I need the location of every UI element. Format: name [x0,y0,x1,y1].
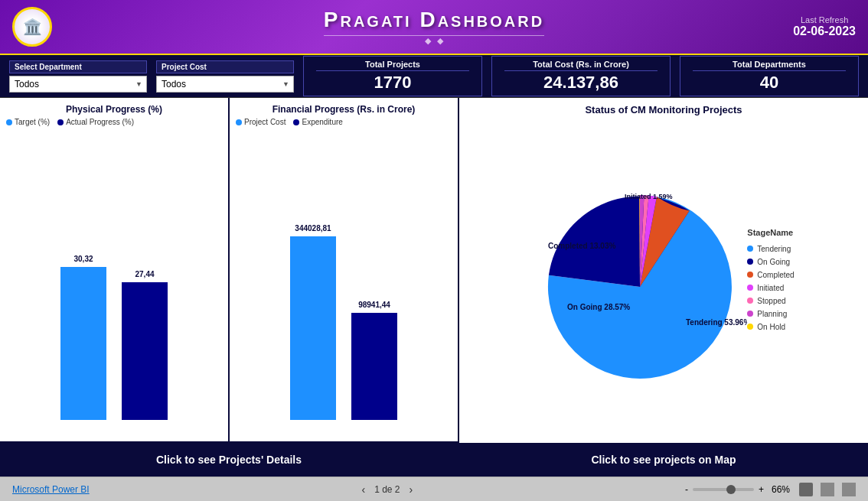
cost-select-wrapper[interactable]: Todos [156,76,294,93]
legend-ongoing: On Going [747,258,794,266]
physical-actual-dot [57,119,64,125]
expand-icon[interactable] [842,483,856,496]
refresh-info: Last Refresh 02-06-2023 [793,15,856,38]
pie-title: Status of CM Monitoring Projects [465,104,862,115]
footer-zoom: - + 66% [685,483,856,496]
physical-target-value: 30,32 [60,255,106,263]
physical-chart-section: Physical Progress (%) Target (%) Actual … [0,98,230,441]
physical-target-fill [60,267,106,420]
financial-legend-cost: Project Cost [236,118,286,126]
physical-legend-target: Target (%) [6,118,50,126]
physical-bar-chart: 30,32 27,44 [6,131,222,435]
financial-exp-dot [293,119,299,125]
details-button[interactable]: Click to see Projects' Details [0,443,458,477]
total-projects-value: 1770 [316,73,469,93]
dot-ongoing [747,259,753,265]
legend-planning: Planning [747,310,794,318]
dot-planning [747,311,753,317]
cost-select[interactable]: Todos [156,76,294,93]
footer-center: ‹ 1 de 2 › [361,483,413,496]
department-label: Select Department [9,60,147,73]
department-select-wrapper[interactable]: Todos [9,76,147,93]
physical-actual-value: 27,44 [122,270,168,278]
dot-stopped [747,298,753,304]
department-filter: Select Department Todos [9,60,147,93]
main-content: Physical Progress (%) Target (%) Actual … [0,98,868,477]
financial-cost-fill [290,236,336,420]
financial-chart-section: Financial Progress (Rs. in Crore) Projec… [230,98,458,441]
financial-chart-legend: Project Cost Expenditure [236,118,452,126]
label-initiated: Initiated 1.59% [625,193,673,200]
label-completed: Completed 13.03% [548,242,615,250]
pie-content: On Going 28.57% Tendering 53.96% Complet… [465,122,862,437]
financial-bar-cost: 344028,81 [290,236,336,420]
physical-target-dot [6,119,12,125]
label-completed-text: Completed [757,271,794,279]
financial-exp-fill [351,313,397,420]
pagination-text: 1 de 2 [374,484,400,495]
pie-legend-title: StageName [747,228,794,237]
department-select[interactable]: Todos [9,76,147,93]
fullscreen-icon[interactable] [799,483,813,496]
physical-legend-actual: Actual Progress (%) [57,118,134,126]
share-icon[interactable] [821,483,834,496]
pie-svg: On Going 28.57% Tendering 53.96% Complet… [533,180,747,394]
powerbi-link[interactable]: Microsoft Power BI [12,484,90,495]
cost-label: Project Cost [156,60,294,73]
pie-legend: StageName Tendering On Going Completed [747,228,794,331]
financial-chart-title: Financial Progress (Rs. in Crore) [236,104,452,115]
label-onhold-text: On Hold [757,323,785,331]
financial-bar-chart: 344028,81 98941,44 [236,131,452,435]
refresh-date: 02-06-2023 [793,24,856,38]
total-departments-label: Total Departments [693,60,846,71]
total-departments-value: 40 [693,73,846,93]
label-stopped-text: Stopped [757,297,785,305]
legend-completed: Completed [747,271,794,279]
legend-initiated: Initiated [747,284,794,292]
total-projects-box: Total Projects 1770 [303,56,482,96]
financial-cost-dot [236,119,242,125]
financial-exp-value: 98941,44 [351,301,397,309]
total-projects-label: Total Projects [316,60,469,71]
legend-tendering: Tendering [747,245,794,253]
app-title: Pragati Dashboard [324,8,544,32]
label-ongoing-text: On Going [757,258,790,266]
pie-section: Status of CM Monitoring Projects [459,98,868,443]
physical-actual-fill [122,282,168,420]
zoom-plus[interactable]: + [759,484,764,495]
financial-bar-exp: 98941,44 [351,313,397,420]
total-departments-box: Total Departments 40 [680,56,859,96]
dot-completed [747,272,753,278]
cost-filter: Project Cost Todos [156,60,294,93]
zoom-slider[interactable] [693,488,754,491]
header-title: Pragati Dashboard ◆ ◆ [324,8,544,46]
zoom-thumb[interactable] [726,485,736,494]
charts-row: Physical Progress (%) Target (%) Actual … [0,98,458,443]
next-page-btn[interactable]: › [410,483,413,496]
total-cost-value: 24.137,86 [504,73,658,93]
zoom-minus[interactable]: - [685,484,688,495]
physical-chart-legend: Target (%) Actual Progress (%) [6,118,222,126]
total-cost-box: Total Cost (Rs. in Crore) 24.137,86 [491,56,671,96]
financial-cost-value: 344028,81 [290,224,336,233]
label-tendering: Tendering 53.96% [686,318,747,327]
map-button[interactable]: Click to see projects on Map [459,443,868,477]
right-panel: Status of CM Monitoring Projects [459,98,868,477]
label-tendering-text: Tendering [757,245,791,253]
label-planning-text: Planning [757,310,787,318]
dot-initiated [747,285,753,291]
physical-bar-target: 30,32 [60,267,106,420]
total-cost-label: Total Cost (Rs. in Crore) [504,60,658,71]
filters-row: Select Department Todos Project Cost Tod… [0,55,868,98]
physical-bar-actual: 27,44 [122,282,168,420]
label-ongoing: On Going 28.57% [567,303,630,311]
diamond-right: ◆ [437,36,443,46]
prev-page-btn[interactable]: ‹ [361,483,365,496]
dot-tendering [747,246,753,252]
refresh-label: Last Refresh [793,15,856,24]
zoom-level: 66% [772,484,790,495]
legend-stopped: Stopped [747,297,794,305]
diamond-left: ◆ [425,36,431,46]
legend-onhold: On Hold [747,323,794,331]
logo: 🏛️ [12,7,52,47]
